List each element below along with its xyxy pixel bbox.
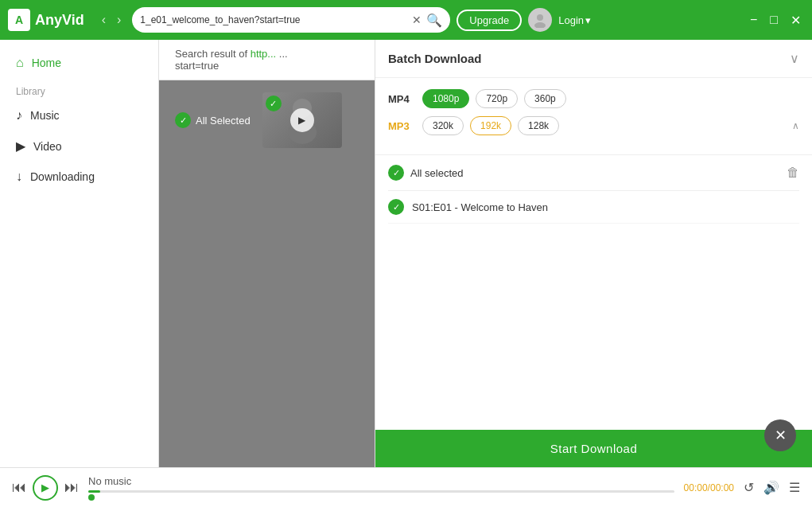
quality-320k-button[interactable]: 320k: [422, 116, 464, 135]
window-controls: − □ ✕: [747, 13, 804, 28]
download-icon: ↓: [16, 170, 22, 184]
sidebar-item-downloading[interactable]: ↓ Downloading: [0, 162, 158, 192]
items-list: ✓ All selected 🗑 ✓ S01:E01 - Welcome to …: [375, 155, 812, 430]
login-button[interactable]: Login ▾: [558, 14, 591, 26]
batch-panel: Batch Download ∨ MP4 1080p 720p 360p MP3…: [375, 40, 812, 467]
svg-point-0: [537, 14, 543, 21]
play-pause-button[interactable]: ▶: [33, 475, 58, 501]
quality-192k-button[interactable]: 192k: [470, 116, 511, 135]
close-circle-button[interactable]: ✕: [764, 419, 796, 451]
maximize-button[interactable]: □: [767, 13, 781, 28]
music-icon: ♪: [16, 108, 22, 123]
quality-1080p-button[interactable]: 1080p: [422, 89, 469, 108]
all-selected-item-checkmark: ✓: [388, 165, 404, 181]
search-result-link[interactable]: http...: [251, 48, 277, 60]
search-bar: 1_e01_welcome_to_haven?start=true ✕ 🔍: [132, 7, 450, 33]
search-result-prefix: Search result of: [175, 48, 251, 60]
repeat-button[interactable]: ↺: [744, 480, 754, 495]
format-section: MP4 1080p 720p 360p MP3 320k 192k 128k ∧: [375, 78, 812, 155]
app-name: AnyVid: [35, 12, 84, 29]
video-icon: ▶: [16, 138, 25, 154]
no-music-label: No music: [88, 475, 674, 487]
svg-point-1: [534, 22, 546, 28]
quality-360p-button[interactable]: 360p: [524, 89, 566, 108]
quality-720p-button[interactable]: 720p: [476, 89, 518, 108]
player-track-area: No music: [88, 475, 674, 501]
mp3-label: MP3: [388, 120, 416, 132]
close-button[interactable]: ✕: [787, 13, 804, 28]
minimize-button[interactable]: −: [747, 13, 760, 28]
mp4-label: MP4: [388, 93, 416, 105]
mp3-format-row: MP3 320k 192k 128k ∧: [388, 116, 799, 135]
thumb-check: ✓: [266, 96, 282, 111]
progress-fill: [88, 490, 100, 493]
sidebar-item-home[interactable]: ⌂ Home: [0, 48, 158, 78]
episode-checkmark[interactable]: ✓: [388, 199, 404, 215]
player-bar: ⏮ ▶ ⏭ No music 00:00/00:00 ↺ 🔊 ☰: [0, 467, 812, 507]
table-row: ✓ S01:E01 - Welcome to Haven: [388, 191, 799, 224]
search-icon[interactable]: 🔍: [426, 13, 442, 28]
player-controls: ⏮ ▶ ⏭: [12, 475, 79, 501]
all-selected-check[interactable]: ✓ All Selected: [175, 112, 251, 128]
delete-all-button[interactable]: 🗑: [787, 166, 799, 180]
content-area: Search result of http... ...start=true ✓…: [159, 40, 812, 467]
sidebar-item-video[interactable]: ▶ Video: [0, 131, 158, 162]
all-selected-item-check[interactable]: ✓ All selected: [388, 165, 463, 181]
titlebar: A AnyVid ‹ › 1_e01_welcome_to_haven?star…: [0, 0, 812, 40]
logo-icon: A: [8, 9, 30, 31]
search-clear-icon[interactable]: ✕: [412, 14, 422, 26]
avatar: [528, 8, 552, 32]
all-selected-label: All Selected: [196, 115, 251, 127]
sidebar-item-music[interactable]: ♪ Music: [0, 100, 158, 131]
progress-dot: [88, 494, 95, 501]
main-layout: ⌂ Home Library ♪ Music ▶ Video ↓ Downloa…: [0, 40, 812, 467]
all-selected-item-label: All selected: [410, 167, 463, 179]
playlist-button[interactable]: ☰: [789, 480, 800, 495]
search-input-value: 1_e01_welcome_to_haven?start=true: [140, 14, 407, 25]
nav-arrows: ‹ ›: [97, 11, 126, 29]
thumb-checkmark: ✓: [266, 96, 282, 111]
all-selected-row: ✓ All selected 🗑: [388, 155, 799, 191]
sidebar: ⌂ Home Library ♪ Music ▶ Video ↓ Downloa…: [0, 40, 159, 467]
home-icon: ⌂: [16, 56, 24, 70]
mp4-format-row: MP4 1080p 720p 360p: [388, 89, 799, 108]
volume-button[interactable]: 🔊: [763, 480, 779, 495]
next-track-button[interactable]: ⏭: [64, 479, 79, 496]
play-overlay[interactable]: ▶: [290, 108, 314, 132]
upgrade-button[interactable]: Upgrade: [457, 10, 522, 31]
quality-128k-button[interactable]: 128k: [518, 116, 559, 135]
library-section-label: Library: [0, 78, 158, 100]
time-display: 00:00/00:00: [684, 482, 734, 493]
episode-label: S01:E01 - Welcome to Haven: [412, 201, 548, 213]
collapse-format-button[interactable]: ∧: [792, 120, 799, 131]
forward-button[interactable]: ›: [112, 11, 126, 29]
batch-header: Batch Download ∨: [375, 40, 812, 78]
progress-track[interactable]: [88, 490, 674, 493]
all-selected-checkmark: ✓: [175, 112, 191, 128]
back-button[interactable]: ‹: [97, 11, 111, 29]
player-right-controls: 00:00/00:00 ↺ 🔊 ☰: [684, 480, 800, 495]
start-download-button[interactable]: Start Download: [375, 430, 812, 467]
batch-title: Batch Download: [388, 52, 482, 65]
collapse-panel-button[interactable]: ∨: [790, 51, 799, 66]
prev-track-button[interactable]: ⏮: [12, 479, 26, 496]
video-thumbnail[interactable]: ✓ ▶: [262, 92, 342, 148]
app-logo: A AnyVid: [8, 9, 84, 31]
